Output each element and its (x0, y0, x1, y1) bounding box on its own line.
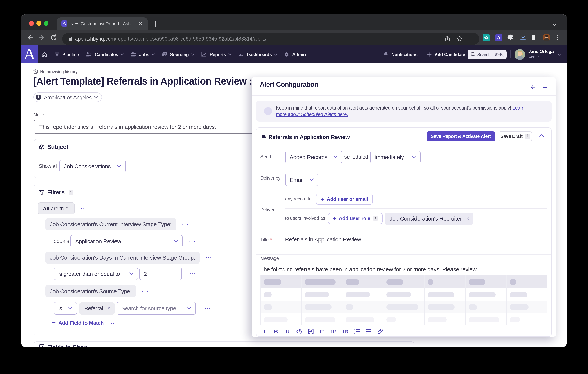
download-icon[interactable] (519, 34, 527, 41)
heading3-button[interactable]: H3 (342, 328, 348, 335)
tab-close-icon[interactable] (138, 21, 143, 26)
macos-close-button[interactable] (29, 21, 34, 26)
save-report-activate-button[interactable]: Save Report & Activate Alert (426, 131, 495, 141)
filter-field-chip[interactable]: Job Consideration's Days In Current Inte… (45, 251, 200, 264)
notes-value: This report identifies all referrals in … (39, 123, 216, 130)
subject-select[interactable]: Job Considerations (60, 160, 126, 172)
lock-icon (68, 36, 73, 41)
remove-token-icon[interactable]: × (107, 305, 110, 311)
filter-row-menu[interactable]: ··· (182, 221, 189, 227)
role-token[interactable]: Job Consideration's Recruiter × (385, 212, 473, 224)
to-users-involved-label: to users involved as (285, 215, 325, 221)
nav-candidates[interactable]: Candidates (86, 52, 124, 57)
macos-zoom-button[interactable] (44, 21, 49, 26)
browser-tab[interactable]: A New Custom List Report · Ash (57, 17, 147, 30)
filter-row-menu[interactable]: ··· (206, 255, 212, 260)
collapse-panel-icon[interactable] (531, 84, 536, 89)
add-user-role-button[interactable]: + Add user role i (328, 213, 383, 224)
filter-token[interactable]: Referral × (79, 302, 115, 314)
extension-teal-icon[interactable] (483, 34, 490, 41)
nav-admin[interactable]: Admin (284, 52, 306, 57)
underline-button[interactable]: U (284, 328, 291, 335)
filter-row-menu[interactable]: ··· (111, 321, 117, 326)
filter-op-select[interactable]: is (54, 302, 77, 314)
filter-number-input[interactable]: 2 (139, 267, 182, 280)
scheduled-alerts-link[interactable]: Learn (512, 105, 525, 111)
filter-row-menu[interactable]: ··· (189, 238, 196, 244)
filter-search-placeholder: Search for source type... (121, 305, 180, 311)
filter-group-chip[interactable]: Allare true: (38, 202, 75, 214)
message-value[interactable]: The following referrals have been in app… (260, 266, 478, 272)
chevron-down-icon (309, 179, 314, 181)
macos-minimize-button[interactable] (36, 21, 41, 26)
back-button[interactable] (26, 34, 33, 41)
timezone-pill[interactable]: America/Los Angeles (33, 92, 102, 102)
scheduled-alerts-link[interactable]: more about Scheduled Alerts here. (276, 111, 348, 117)
remove-role-icon[interactable]: × (466, 216, 469, 221)
link-button[interactable] (377, 328, 383, 335)
filter-op-select[interactable]: is greater than or equal to (54, 267, 138, 280)
send-label: Send (260, 154, 271, 159)
role-info-icon[interactable]: i (373, 216, 378, 221)
nav-add-candidate[interactable]: Add Candidate (427, 52, 465, 57)
nav-pipeline[interactable]: Pipeline (54, 52, 79, 57)
draft-info-icon[interactable]: i (525, 134, 530, 139)
deliver-by-select[interactable]: Email (285, 173, 318, 186)
forward-button[interactable] (38, 34, 45, 41)
browser-menu-icon[interactable] (555, 34, 560, 41)
collapse-card-chevron-icon[interactable] (539, 134, 544, 139)
deliver-label: Deliver (260, 207, 274, 212)
user-org: Acme (528, 55, 554, 59)
extensions-puzzle-icon[interactable] (507, 34, 514, 41)
heading2-button[interactable]: H2 (331, 328, 337, 335)
filter-row-menu[interactable]: ··· (190, 271, 196, 277)
ashby-logo[interactable]: A (21, 45, 38, 63)
ordered-list-button[interactable]: 123 (354, 328, 360, 335)
scheduled-select[interactable]: immediately (370, 151, 420, 163)
alert-title-value[interactable]: Referrals in Application Review (285, 236, 361, 243)
nav-add-candidate-label: Add Candidate (435, 52, 465, 57)
filter-value-select[interactable]: Application Review (71, 235, 183, 247)
bullet-list-button[interactable] (365, 328, 371, 335)
new-tab-button[interactable] (152, 21, 159, 27)
nav-reports[interactable]: Reports (201, 52, 232, 57)
tab-search-chevron-icon[interactable] (552, 22, 557, 27)
user-block[interactable]: Jane Ortega Acme (528, 49, 554, 59)
url-domain: app.ashbyhq.com (75, 36, 115, 42)
filter-row-menu[interactable]: ··· (142, 288, 149, 294)
address-bar[interactable]: app.ashbyhq.com/reports/examples/a990ba9… (62, 33, 479, 45)
filters-info-icon[interactable]: i (69, 190, 73, 195)
sidebar-toggle-icon[interactable] (531, 34, 538, 41)
add-field-to-match[interactable]: + Add Field to Match (52, 320, 104, 326)
browser-profile-avatar[interactable] (543, 34, 550, 41)
search-input[interactable]: Search ⌘+K (467, 49, 507, 59)
minimize-panel-icon[interactable] (543, 87, 547, 88)
nav-notifications[interactable]: Notifications (383, 52, 418, 57)
chevron-down-icon (228, 53, 232, 55)
nav-sourcing[interactable]: Sourcing (162, 52, 194, 57)
bookmark-star-icon[interactable] (457, 36, 462, 42)
filter-field-chip[interactable]: Job Consideration's Current Interview St… (45, 218, 176, 230)
nav-home[interactable] (41, 51, 50, 57)
save-draft-button[interactable]: Save Draft i (499, 131, 532, 141)
nav-dashboards[interactable]: Dashboards (239, 52, 278, 57)
chevron-down-icon (174, 240, 178, 242)
code-button[interactable] (296, 328, 302, 335)
extension-ashby-icon[interactable]: A (495, 34, 502, 41)
italic-button[interactable]: I (262, 328, 267, 335)
filter-row-menu[interactable]: ··· (205, 305, 211, 311)
bold-button[interactable]: B (273, 328, 279, 335)
heading1-button[interactable]: H1 (319, 328, 325, 335)
add-user-or-email-button[interactable]: + Add user or email (316, 193, 373, 204)
filter-search-select[interactable]: Search for source type... (117, 302, 196, 314)
filter-field-chip[interactable]: Job Consideration's Source Type: (45, 285, 136, 297)
share-icon[interactable] (444, 36, 451, 42)
nav-jobs[interactable]: Jobs (131, 52, 155, 57)
notes-label: Notes (33, 112, 45, 118)
browsing-history[interactable]: No browsing history (33, 69, 78, 74)
user-avatar[interactable] (515, 49, 525, 60)
code-block-button[interactable] (308, 328, 314, 335)
send-select[interactable]: Added Records (285, 151, 342, 163)
reload-button[interactable] (50, 34, 57, 41)
filter-group-menu[interactable]: ··· (81, 206, 87, 212)
